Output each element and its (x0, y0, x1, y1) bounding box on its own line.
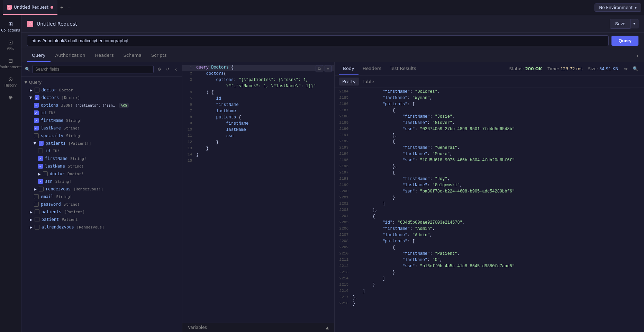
doctors-patients-checkbox[interactable]: ✓ (39, 141, 44, 146)
tree-item-doctors-firstname[interactable]: ✓ firstName String! (21, 117, 182, 124)
patients-root-chevron: ▶ (30, 210, 33, 214)
resp-line-2198: 2198 "firstName": "Joy", (335, 177, 644, 183)
tree-item-doctors-patients[interactable]: ▶ ✓ patients [Patient!] (21, 140, 182, 147)
code-line-14: 14 } (182, 152, 334, 159)
save-button[interactable]: Save (610, 19, 631, 29)
rendezvous-checkbox[interactable] (39, 187, 44, 191)
doctors-lastname-checkbox[interactable]: ✓ (34, 126, 39, 131)
copy-query-button[interactable]: ⧉ (316, 65, 323, 72)
doctors-specialty-checkbox[interactable] (34, 133, 39, 138)
tree-item-patients-id[interactable]: id ID! (21, 147, 182, 155)
tree-item-allrendezvous[interactable]: ▶ allrendezvous [Rendezvous] (21, 223, 182, 231)
email-checkbox[interactable] (34, 194, 39, 199)
tree-item-doctor[interactable]: ▶ doctor Doctor (21, 86, 182, 94)
resp-tab-headers[interactable]: Headers (359, 62, 386, 75)
filter-button[interactable]: ⚙ (156, 66, 163, 73)
sidebar-label-history: History (4, 83, 17, 87)
save-dropdown-button[interactable]: ▾ (631, 19, 638, 28)
sidebar-item-collections[interactable]: ⊞ Collections (1, 18, 20, 35)
patient-root-type: Patient (62, 217, 78, 222)
status-value: 200 OK (525, 66, 542, 71)
password-type: String! (64, 202, 80, 207)
tree-item-rendezvous[interactable]: ▶ rendezvous [Rendezvous!] (21, 185, 182, 193)
tree-item-password[interactable]: password String! (21, 200, 182, 208)
tree-item-patients-ssn[interactable]: ✓ ssn String! (21, 178, 182, 185)
tree-item-email[interactable]: email String! (21, 193, 182, 200)
tab-headers[interactable]: Headers (90, 49, 119, 62)
query-section-header[interactable]: ▶ Query (21, 79, 182, 86)
tab-scripts[interactable]: Scripts (146, 49, 171, 62)
variables-bar[interactable]: Variables ▲ (182, 323, 334, 332)
search-input[interactable] (32, 65, 154, 73)
patient-root-checkbox[interactable] (35, 217, 39, 222)
query-editor-content[interactable]: 1 query Doctors { 2 doctors( 3 options: … (182, 62, 334, 323)
password-checkbox[interactable] (34, 202, 39, 207)
active-tab[interactable]: ⬡ Untitled Request (3, 0, 57, 15)
more-tabs-button[interactable]: ··· (66, 3, 73, 12)
doctors-firstname-field: firstName (41, 118, 63, 123)
code-line-1: 1 query Doctors { (182, 65, 334, 71)
tab-authorization[interactable]: Authorization (51, 49, 90, 62)
patients-ssn-type: String! (55, 179, 71, 184)
sidebar-item-mock[interactable]: ⊕ (1, 91, 20, 104)
doctors-firstname-checkbox[interactable]: ✓ (34, 118, 39, 123)
sidebar-item-apis[interactable]: ⊡ APIs (1, 36, 20, 53)
patients-doctor-checkbox[interactable] (43, 171, 48, 176)
options-checkbox[interactable]: ✓ (34, 103, 39, 108)
code-line-2: 2 doctors( (182, 71, 334, 78)
tree-item-doctors[interactable]: ▶ ✓ doctors [Doctor] (21, 94, 182, 101)
search-response-button[interactable]: 🔍 (631, 65, 640, 72)
doctors-lastname-field: lastName (41, 126, 61, 131)
collapse-panel-button[interactable]: ‹ (637, 53, 638, 59)
tree-item-options[interactable]: ✓ options JSON! {"patients": {"ssn": 1, … (21, 101, 182, 109)
fmt-tab-table[interactable]: Table (359, 78, 378, 86)
sidebar-item-environments[interactable]: ⊟ Environments (1, 55, 20, 72)
resp-tab-body[interactable]: Body (339, 62, 359, 75)
content-area: 🔍 ⚙ ↺ ‹ ▶ Query ▶ (21, 62, 644, 332)
schema-search-bar: 🔍 ⚙ ↺ ‹ (21, 62, 182, 77)
tree-item-patient-root[interactable]: ▶ patient Patient (21, 216, 182, 223)
patients-root-checkbox[interactable] (35, 209, 39, 214)
tab-query[interactable]: Query (27, 49, 51, 62)
collapse-schema-button[interactable]: ‹ (173, 65, 179, 73)
response-status: Status: 200 OK Time: 123.72 ms Size: 34.… (509, 66, 618, 71)
environment-selector[interactable]: No Environment ▾ (595, 3, 641, 12)
format-query-button[interactable]: ≡ (325, 65, 332, 72)
resp-tab-test-results[interactable]: Test Results (386, 62, 420, 75)
url-input[interactable] (27, 35, 609, 46)
tree-item-doctors-lastname[interactable]: ✓ lastName String! (21, 124, 182, 132)
tree-item-patients-doctor[interactable]: ▶ doctor Doctor! (21, 170, 182, 178)
resp-line-2216: 2216 ] (335, 289, 644, 295)
query-button[interactable]: Query (611, 36, 638, 46)
patients-firstname-checkbox[interactable]: ✓ (38, 156, 43, 161)
tree-item-patients-root[interactable]: ▶ patients [Patient] (21, 208, 182, 216)
doctors-patients-type: [Patient!] (69, 141, 91, 146)
wrap-button[interactable]: ⇔ (622, 65, 629, 72)
code-line-9: 9 firstName (182, 121, 334, 127)
doctors-id-checkbox[interactable]: ✓ (34, 110, 39, 115)
refresh-button[interactable]: ↺ (164, 66, 171, 73)
code-line-10: 10 lastName (182, 127, 334, 134)
response-content: 2184 "firstName": "Dolores", 2185 "lastN… (335, 88, 644, 332)
patients-id-checkbox[interactable] (38, 149, 43, 153)
fmt-tab-pretty[interactable]: Pretty (339, 78, 359, 86)
time-value: 123.72 ms (560, 66, 582, 71)
tab-schema[interactable]: Schema (119, 49, 146, 62)
query-chevron: ▶ (24, 81, 28, 84)
doctor-checkbox[interactable] (35, 88, 39, 92)
sidebar-item-history[interactable]: ⊙ History (1, 73, 20, 90)
tree-item-patients-firstname[interactable]: ✓ firstName String! (21, 155, 182, 162)
environments-icon: ⊟ (8, 57, 13, 64)
add-tab-button[interactable]: + (57, 3, 66, 12)
allrendezvous-checkbox[interactable] (35, 225, 39, 230)
doctor-type: Doctor (59, 88, 73, 92)
patients-ssn-checkbox[interactable]: ✓ (38, 179, 43, 184)
patients-lastname-checkbox[interactable]: ✓ (38, 164, 43, 169)
main-layout: ⊞ Collections ⊡ APIs ⊟ Environments ⊙ Hi… (0, 15, 644, 332)
doctors-checkbox[interactable]: ✓ (35, 95, 39, 100)
tree-item-patients-lastname[interactable]: ✓ lastName String! (21, 162, 182, 170)
tree-item-doctors-id[interactable]: ✓ id ID! (21, 109, 182, 117)
query-section-label: Query (29, 80, 42, 85)
resp-line-2192: 2192 { (335, 139, 644, 145)
tree-item-doctors-specialty[interactable]: specialty String! (21, 132, 182, 140)
